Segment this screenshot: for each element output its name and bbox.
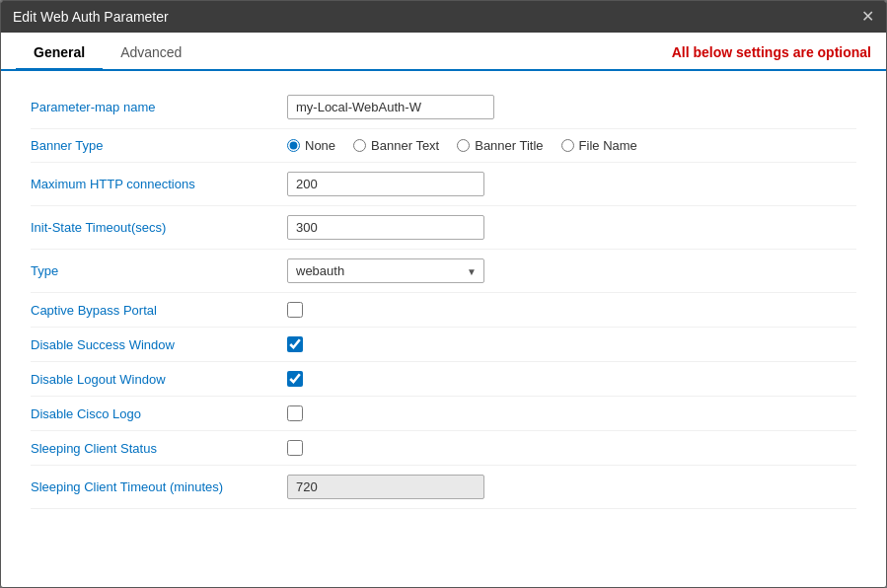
banner-none-radio[interactable] (287, 139, 300, 152)
sleeping-client-status-control (287, 440, 856, 456)
parameter-map-name-control (287, 95, 856, 119)
dialog-title-bar: Edit Web Auth Parameter ✕ (1, 1, 886, 33)
banner-none-label: None (305, 138, 335, 153)
dialog-body: Parameter-map name Banner Type None Bann… (1, 71, 886, 587)
close-button[interactable]: ✕ (861, 9, 874, 25)
type-label: Type (31, 263, 287, 278)
max-http-control (287, 172, 856, 196)
banner-title-radio[interactable] (457, 139, 470, 152)
sleeping-client-timeout-control (287, 475, 856, 499)
sleeping-client-status-label: Sleeping Client Status (31, 441, 287, 456)
type-control: webauth consent webconsent ▼ (287, 258, 856, 283)
sleeping-client-timeout-input[interactable] (287, 475, 484, 499)
init-state-timeout-input[interactable] (287, 215, 484, 240)
banner-type-label: Banner Type (31, 138, 287, 153)
edit-web-auth-dialog: Edit Web Auth Parameter ✕ General Advanc… (0, 0, 887, 588)
disable-success-control (287, 336, 856, 352)
banner-filename-option[interactable]: File Name (561, 138, 637, 153)
type-select[interactable]: webauth consent webconsent (287, 258, 484, 283)
init-state-timeout-label: Init-State Timeout(secs) (31, 220, 287, 235)
max-http-input[interactable] (287, 172, 484, 196)
init-state-timeout-control (287, 215, 856, 240)
tab-advanced[interactable]: Advanced (103, 35, 199, 71)
sleeping-client-timeout-row: Sleeping Client Timeout (minutes) (31, 466, 856, 509)
optional-notice: All below settings are optional (672, 44, 871, 60)
captive-bypass-control (287, 302, 856, 318)
disable-cisco-logo-control (287, 405, 856, 421)
banner-none-option[interactable]: None (287, 138, 335, 153)
captive-bypass-checkbox[interactable] (287, 302, 303, 318)
captive-bypass-label: Captive Bypass Portal (31, 303, 287, 318)
sleeping-client-timeout-label: Sleeping Client Timeout (minutes) (31, 479, 287, 494)
disable-logout-checkbox[interactable] (287, 371, 303, 387)
disable-logout-control (287, 371, 856, 387)
banner-filename-radio[interactable] (561, 139, 574, 152)
tab-general[interactable]: General (16, 35, 103, 71)
banner-text-label: Banner Text (371, 138, 439, 153)
banner-text-option[interactable]: Banner Text (353, 138, 439, 153)
sleeping-client-status-row: Sleeping Client Status (31, 431, 856, 466)
disable-cisco-logo-row: Disable Cisco Logo (31, 397, 856, 431)
dialog-title: Edit Web Auth Parameter (13, 9, 169, 25)
parameter-map-name-row: Parameter-map name (31, 86, 856, 129)
banner-title-option[interactable]: Banner Title (457, 138, 543, 153)
max-http-label: Maximum HTTP connections (31, 177, 287, 191)
disable-cisco-logo-label: Disable Cisco Logo (31, 406, 287, 421)
disable-success-row: Disable Success Window (31, 328, 856, 362)
banner-type-control: None Banner Text Banner Title File Name (287, 138, 856, 153)
type-row: Type webauth consent webconsent ▼ (31, 250, 856, 293)
parameter-map-name-label: Parameter-map name (31, 100, 287, 114)
max-http-row: Maximum HTTP connections (31, 163, 856, 206)
disable-success-checkbox[interactable] (287, 336, 303, 352)
banner-text-radio[interactable] (353, 139, 366, 152)
disable-logout-row: Disable Logout Window (31, 362, 856, 397)
disable-cisco-logo-checkbox[interactable] (287, 405, 303, 421)
banner-title-label: Banner Title (475, 138, 543, 153)
captive-bypass-row: Captive Bypass Portal (31, 293, 856, 328)
parameter-map-name-input[interactable] (287, 95, 494, 119)
sleeping-client-status-checkbox[interactable] (287, 440, 303, 456)
banner-filename-label: File Name (579, 138, 637, 153)
type-select-wrapper: webauth consent webconsent ▼ (287, 258, 484, 283)
banner-type-radio-group: None Banner Text Banner Title File Name (287, 138, 856, 153)
banner-type-row: Banner Type None Banner Text Banner Titl… (31, 129, 856, 163)
tabs-bar: General Advanced All below settings are … (1, 35, 886, 71)
disable-success-label: Disable Success Window (31, 337, 287, 352)
init-state-timeout-row: Init-State Timeout(secs) (31, 206, 856, 250)
disable-logout-label: Disable Logout Window (31, 372, 287, 387)
